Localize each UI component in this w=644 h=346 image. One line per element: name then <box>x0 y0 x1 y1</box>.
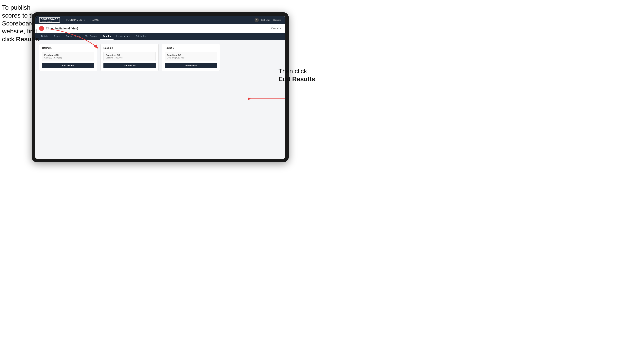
round-1-card: Round 1 Peachtree GC Gold (M) (7010 yds)… <box>39 44 97 71</box>
round-2-course-details: Gold (M) (7010 yds) <box>106 57 154 59</box>
instruction-bold-results: Results <box>16 35 39 43</box>
round-2-card: Round 2 Peachtree GC Gold (M) (7010 yds)… <box>100 44 159 71</box>
edit-results-btn-3[interactable]: Edit Results <box>165 63 217 68</box>
tab-leaderboards[interactable]: Leaderboards <box>114 33 133 40</box>
user-avatar: T <box>254 18 259 22</box>
user-name: Test User | <box>261 19 271 21</box>
edit-results-btn-1[interactable]: Edit Results <box>42 63 94 68</box>
instruction-bold-edit: Edit Results <box>278 75 315 83</box>
round-1-course-card: Peachtree GC Gold (M) (7010 yds) <box>42 52 94 61</box>
nav-tournaments[interactable]: TOURNAMENTS <box>66 18 85 22</box>
round-2-course-card: Peachtree GC Gold (M) (7010 yds) <box>104 52 156 61</box>
round-1-title: Round 1 <box>42 47 94 49</box>
round-2-title: Round 2 <box>104 47 156 49</box>
nav-teams[interactable]: TEAMS <box>90 18 99 22</box>
cancel-button[interactable]: Cancel ✕ <box>271 27 281 30</box>
rounds-grid: Round 1 Peachtree GC Gold (M) (7010 yds)… <box>39 44 281 71</box>
round-1-course-name: Peachtree GC <box>44 54 92 56</box>
round-2-course-name: Peachtree GC <box>106 54 154 56</box>
tab-printables[interactable]: Printables <box>133 33 149 40</box>
empty-column <box>223 44 281 71</box>
instruction-then-click: Then click <box>278 68 307 75</box>
nav-right: T Test User | Sign out <box>254 18 281 22</box>
tab-course-setup[interactable]: Course Setup <box>63 33 82 40</box>
round-3-course-details: Gold (M) (7010 yds) <box>167 57 215 59</box>
round-1-course-details: Gold (M) (7010 yds) <box>44 57 92 59</box>
instruction-top-left: To publish scores to the Scoreboard webs… <box>2 3 44 43</box>
tab-teams[interactable]: Teams <box>51 33 63 40</box>
cancel-icon: ✕ <box>279 27 281 30</box>
tournament-title-row: C Clippd Invitational (Men) <box>39 26 78 31</box>
main-content: Round 1 Peachtree GC Gold (M) (7010 yds)… <box>35 40 285 159</box>
tablet-screen: SCOREBOARD Powered by clippd TOURNAMENTS… <box>35 16 285 159</box>
round-3-course-name: Peachtree GC <box>167 54 215 56</box>
sign-out-link[interactable]: Sign out <box>273 19 281 21</box>
edit-results-btn-2[interactable]: Edit Results <box>104 63 156 68</box>
round-3-card: Round 3 Peachtree GC Gold (M) (7010 yds)… <box>162 44 220 71</box>
nav-links: TOURNAMENTS TEAMS <box>66 18 254 22</box>
tablet-device: SCOREBOARD Powered by clippd TOURNAMENTS… <box>32 12 289 162</box>
tournament-title: Clippd Invitational (Men) <box>46 27 78 30</box>
round-3-course-card: Peachtree GC Gold (M) (7010 yds) <box>165 52 217 61</box>
tab-tee-groups[interactable]: Tee Groups <box>82 33 100 40</box>
tournament-header: C Clippd Invitational (Men) Cancel ✕ <box>35 24 285 33</box>
instruction-bottom-right: Then click Edit Results. <box>278 67 320 83</box>
tab-bar: Details Teams Course Setup Tee Groups Re… <box>35 33 285 40</box>
navbar: SCOREBOARD Powered by clippd TOURNAMENTS… <box>35 16 285 24</box>
round-3-title: Round 3 <box>165 47 217 49</box>
instruction-text-end: . <box>39 35 41 43</box>
instruction-period: . <box>315 75 317 83</box>
tab-results[interactable]: Results <box>100 33 114 40</box>
